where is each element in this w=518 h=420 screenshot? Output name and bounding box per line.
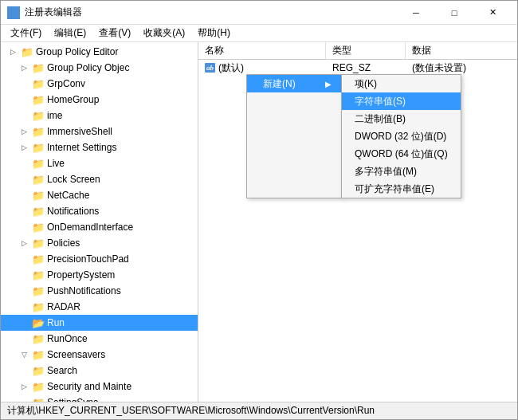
tree-item-settingsync[interactable]: 📁 SettingSync <box>1 394 198 402</box>
folder-icon: 📁 <box>32 206 45 217</box>
menu-edit[interactable]: 编辑(E) <box>48 25 92 41</box>
submenu-item-dword[interactable]: DWORD (32 位)值(D) <box>342 128 461 145</box>
expand-icon[interactable]: ▷ <box>18 237 29 249</box>
tree-item-run[interactable]: 📂 Run <box>1 315 198 331</box>
tree-item-label: HomeGroup <box>47 94 99 105</box>
tree-item-group-policy-editor[interactable]: ▷ 📁 Group Policy Editor <box>1 44 198 60</box>
tree-item-group-policy-objec[interactable]: ▷ 📁 Group Policy Objec <box>1 60 198 76</box>
tree-item-label: ime <box>47 110 62 121</box>
expand-icon <box>18 158 29 169</box>
expand-icon[interactable]: ▷ <box>18 62 29 73</box>
submenu-item-binary[interactable]: 二进制值(B) <box>342 110 461 128</box>
expand-icon <box>18 301 29 312</box>
tree-item-runonce[interactable]: 📁 RunOnce <box>1 331 198 347</box>
expand-icon <box>18 94 29 105</box>
tree-item-ime[interactable]: 📁 ime <box>1 108 198 124</box>
expand-icon <box>18 253 29 265</box>
folder-icon: 📁 <box>32 62 45 73</box>
tree-item-label: ImmersiveShell <box>47 126 112 137</box>
submenu-item-k[interactable]: 项(K) <box>342 75 461 92</box>
tree-item-screensavers[interactable]: ▽ 📁 Screensavers <box>1 347 198 363</box>
main-content: ▷ 📁 Group Policy Editor ▷ 📁 Group Policy… <box>1 42 517 402</box>
context-menu: 新建(N) ▶ 项(K) 字符串值(S) 二进制值(B) DWORD (32 位… <box>246 74 461 198</box>
tree-item-search[interactable]: 📁 Search <box>1 363 198 379</box>
submenu-item-string[interactable]: 字符串值(S) <box>342 92 461 110</box>
tree-item-label: GrpConv <box>47 78 85 89</box>
menu-file[interactable]: 文件(F) <box>4 25 48 41</box>
tree-item-propertysystem[interactable]: 📁 PropertySystem <box>1 267 198 283</box>
col-header-type: 类型 <box>326 42 406 59</box>
tree-item-label: PushNotifications <box>47 285 121 296</box>
folder-icon: 📁 <box>32 253 45 265</box>
reg-value-name: ab (默认) <box>198 61 326 75</box>
tree-item-homegroup[interactable]: 📁 HomeGroup <box>1 92 198 108</box>
app-icon <box>7 6 20 19</box>
folder-icon: 📁 <box>32 174 45 185</box>
tree-item-label: Internet Settings <box>47 142 116 153</box>
expand-icon[interactable]: ▽ <box>18 349 29 360</box>
registry-value-pane: 名称 类型 数据 ab (默认) REG_SZ (数值未设置) <box>198 42 517 402</box>
submenu-item-multistring[interactable]: 多字符串值(M) <box>342 163 461 180</box>
tree-item-policies[interactable]: ▷ 📁 Policies <box>1 235 198 251</box>
tree-item-label: Policies <box>47 237 80 249</box>
expand-icon[interactable]: ▷ <box>18 126 29 137</box>
tree-item-notifications[interactable]: 📁 Notifications <box>1 203 198 219</box>
tree-item-radar[interactable]: 📁 RADAR <box>1 299 198 315</box>
tree-item-label: PropertySystem <box>47 269 115 281</box>
folder-icon: 📁 <box>32 78 45 89</box>
status-path: 计算机\HKEY_CURRENT_USER\SOFTWARE\Microsoft… <box>7 404 375 418</box>
folder-icon: 📁 <box>32 190 45 201</box>
tree-item-label: RADAR <box>47 301 80 312</box>
registry-tree[interactable]: ▷ 📁 Group Policy Editor ▷ 📁 Group Policy… <box>1 42 198 402</box>
maximize-button[interactable]: □ <box>436 1 473 25</box>
reg-value-data: (数值未设置) <box>406 61 517 75</box>
menu-help[interactable]: 帮助(H) <box>191 25 237 41</box>
menu-view[interactable]: 查看(V) <box>92 25 137 41</box>
expand-icon <box>18 269 29 281</box>
tree-item-pushnotifications[interactable]: 📁 PushNotifications <box>1 283 198 299</box>
folder-icon: 📁 <box>32 269 45 281</box>
tree-item-grpconv[interactable]: 📁 GrpConv <box>1 76 198 92</box>
tree-item-label: Screensavers <box>47 349 105 360</box>
expand-icon <box>18 110 29 121</box>
minimize-button[interactable]: ─ <box>398 1 434 25</box>
tree-item-label: OnDemandInterface <box>47 222 133 233</box>
col-header-name: 名称 <box>198 42 326 59</box>
tree-item-security-mainte[interactable]: ▷ 📁 Security and Mainte <box>1 379 198 394</box>
tree-item-netcache[interactable]: 📁 NetCache <box>1 187 198 203</box>
folder-icon: 📁 <box>32 142 45 153</box>
submenu-item-expandstring[interactable]: 可扩充字符串值(E) <box>342 180 461 198</box>
expand-icon <box>18 365 29 376</box>
tree-item-internet-settings[interactable]: ▷ 📁 Internet Settings <box>1 139 198 155</box>
string-value-icon: ab <box>205 63 215 73</box>
window-title: 注册表编辑器 <box>25 6 398 19</box>
expand-icon[interactable]: ▷ <box>18 381 29 392</box>
menu-favorites[interactable]: 收藏夹(A) <box>137 25 191 41</box>
tree-item-immersiveshell[interactable]: ▷ 📁 ImmersiveShell <box>1 124 198 139</box>
tree-item-live[interactable]: 📁 Live <box>1 155 198 171</box>
window-controls: ─ □ ✕ <box>398 1 511 25</box>
expand-icon <box>18 174 29 185</box>
tree-item-lock-screen[interactable]: 📁 Lock Screen <box>1 171 198 187</box>
expand-icon[interactable]: ▷ <box>18 142 29 153</box>
context-submenu: 项(K) 字符串值(S) 二进制值(B) DWORD (32 位)值(D) QW… <box>341 74 461 198</box>
submenu-item-qword[interactable]: QWORD (64 位)值(Q) <box>342 145 461 163</box>
column-headers: 名称 类型 数据 <box>198 42 517 60</box>
folder-icon: 📁 <box>32 349 45 360</box>
folder-icon: 📁 <box>32 301 45 312</box>
reg-value-type: REG_SZ <box>326 62 406 73</box>
folder-icon: 📁 <box>32 94 45 105</box>
tree-item-label: Live <box>47 158 65 169</box>
close-button[interactable]: ✕ <box>474 1 511 25</box>
tree-item-label: Search <box>47 365 77 376</box>
tree-item-precisiontouchpad[interactable]: 📁 PrecisionTouchPad <box>1 251 198 267</box>
reg-value-row[interactable]: ab (默认) REG_SZ (数值未设置) <box>198 60 517 76</box>
folder-icon: 📁 <box>32 222 45 233</box>
expand-icon[interactable]: ▷ <box>7 46 18 57</box>
status-bar: 计算机\HKEY_CURRENT_USER\SOFTWARE\Microsoft… <box>1 402 517 419</box>
folder-icon: 📁 <box>32 333 45 344</box>
folder-icon: 📁 <box>32 126 45 137</box>
context-menu-new-item[interactable]: 新建(N) ▶ <box>247 75 341 92</box>
tree-item-ondemandinterface[interactable]: 📁 OnDemandInterface <box>1 219 198 235</box>
folder-icon: 📁 <box>32 237 45 249</box>
